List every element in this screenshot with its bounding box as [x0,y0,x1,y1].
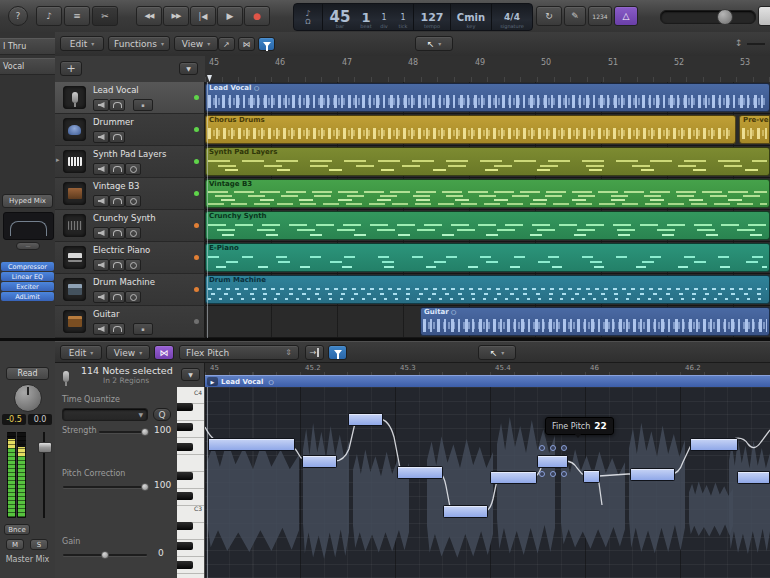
track-header-synth-pad[interactable]: ▸ Synth Pad Layers [55,146,205,178]
track-solo-button[interactable] [109,259,125,271]
automation-mode-button[interactable]: Read [6,367,49,380]
master-volume-slider[interactable] [660,10,756,24]
track-sort-button[interactable]: ▼ [179,62,198,75]
region-chorus-drums[interactable]: Chorus Drums [205,115,736,144]
arrange-ruler[interactable]: 45 46 47 48 49 50 51 52 53 [205,56,770,83]
pitch-correction-knob[interactable] [141,483,149,491]
editor-view-menu[interactable]: View▾ [106,345,150,360]
record-enable-button[interactable] [125,291,141,303]
flex-pitch-note[interactable] [348,413,383,426]
flex-pitch-note[interactable] [302,455,337,468]
strength-knob[interactable] [141,428,149,436]
midi-in-button[interactable]: → [305,345,324,360]
editor-ruler[interactable]: 45 45.2 45.3 45.4 46 46.2 [205,363,770,375]
track-header-crunchy-synth[interactable]: Crunchy Synth [55,210,205,242]
tracks-functions-menu[interactable]: Functions▾ [108,36,170,51]
black-key[interactable] [177,403,193,411]
flex-pitch-note[interactable] [583,470,600,483]
quantize-button[interactable]: Q [153,408,171,421]
region-e-piano[interactable]: E-Piano [205,243,770,272]
bounce-button[interactable]: Bnce [4,524,30,535]
cycle-button[interactable]: ↻ [536,6,562,26]
mute-button[interactable]: M [6,539,24,550]
pitch-hotspot[interactable] [561,471,567,477]
flex-pitch-note[interactable] [737,471,770,484]
track-solo-button[interactable] [109,323,125,335]
editor-pointer-tool-menu[interactable]: ↖▾ [478,345,516,360]
region-guitar[interactable]: Guitar ○ [420,307,770,336]
track-solo-button[interactable] [109,99,125,111]
volume-value[interactable]: 0.0 [28,414,52,425]
auto-track-zoom-button[interactable]: → [218,37,235,51]
pan-knob[interactable] [14,384,42,412]
track-solo-button[interactable] [109,291,125,303]
flex-pitch-canvas[interactable]: Fine Pitch 22 [205,387,770,578]
region-vintage-b3[interactable]: Vintage B3 [205,179,770,208]
pitch-hotspot[interactable] [561,445,567,451]
rewind-button[interactable]: ◀◀ [136,6,162,26]
black-key[interactable] [177,542,193,550]
track-header-guitar[interactable]: Guitar ▪ [55,306,205,338]
black-key[interactable] [177,423,193,431]
track-header-electric-piano[interactable]: Electric Piano [55,242,205,274]
playhead-marker[interactable] [207,75,212,82]
editor-region-bar[interactable]: ▶ Lead Vocal ○ [205,375,770,387]
track-solo-button[interactable] [109,163,125,175]
black-key[interactable] [177,522,193,530]
catch-playhead-button[interactable] [328,345,347,360]
track-mute-button[interactable] [93,99,109,111]
master-volume-knob[interactable] [717,9,733,25]
smart-controls-button[interactable]: ≡ [64,6,90,26]
track-mute-button[interactable] [93,227,109,239]
track-header-lead-vocal[interactable]: Lead Vocal ▪ [55,82,205,114]
tracks-edit-menu[interactable]: Edit▾ [60,36,104,51]
pointer-tool-menu[interactable]: ↖▾ [415,36,453,51]
editor-edit-menu[interactable]: Edit▾ [60,345,102,360]
track-solo-button[interactable] [109,131,125,143]
black-key[interactable] [177,472,193,480]
pitch-hotspot[interactable] [539,471,545,477]
gain-knob[interactable] [101,551,109,559]
midi-thru-header[interactable]: I Thru [0,38,55,55]
plugin-slot-adlimit[interactable]: AdLimit [1,292,54,301]
autopunch-button[interactable]: ✎ [564,6,586,26]
flex-pitch-note[interactable] [690,438,738,451]
selection-dropdown-button[interactable]: ▼ [181,368,200,381]
pan-value[interactable]: -0.5 [2,414,26,425]
quick-help-button[interactable]: ? [8,6,28,26]
track-mute-button[interactable] [93,323,109,335]
flex-pitch-note[interactable] [490,471,537,484]
record-button[interactable]: ● [244,6,270,26]
track-mute-button[interactable] [93,195,109,207]
track-solo-button[interactable] [109,195,125,207]
region-play-icon[interactable]: ▶ [207,377,218,386]
flex-pitch-note[interactable] [208,438,295,451]
pitch-hotspot[interactable] [550,471,556,477]
tracks-view-menu[interactable]: View▾ [174,36,218,51]
go-to-beginning-button[interactable]: |◀ [190,6,216,26]
strength-slider[interactable] [99,431,147,433]
region-lead-vocal[interactable]: Lead Vocal ○ [205,83,770,112]
input-monitor-button[interactable]: ▪ [133,323,153,335]
time-quantize-select[interactable]: ▼ [62,408,148,421]
solo-button[interactable]: S [30,539,48,550]
plugin-slot-compressor[interactable]: Compressor [1,262,54,271]
black-key[interactable] [177,561,193,569]
track-inspector-header[interactable]: Vocal [0,58,55,75]
lcd-display[interactable]: ♪ Ω 45bar 1beat 1div 1tick 127tempo Cmin… [293,3,533,31]
record-enable-button[interactable] [125,163,141,175]
pitch-hotspot[interactable] [550,445,556,451]
track-header-drummer[interactable]: Drummer [55,114,205,146]
track-mute-button[interactable] [93,259,109,271]
region-drum-machine[interactable]: Drum Machine [205,275,770,304]
input-monitor-button[interactable]: ▪ [133,99,153,111]
count-in-button[interactable]: 1234 [588,6,612,26]
add-track-button[interactable]: + [60,61,82,76]
flex-mode-select[interactable]: Flex Pitch ⇕ [179,345,299,360]
metronome-button[interactable]: △ [614,6,638,26]
pitch-correction-slider[interactable] [63,486,147,488]
piano-keyboard[interactable]: C4 C3 [177,387,205,578]
eq-thumbnail[interactable] [3,212,54,240]
track-solo-button[interactable] [109,227,125,239]
record-enable-button[interactable] [125,195,141,207]
